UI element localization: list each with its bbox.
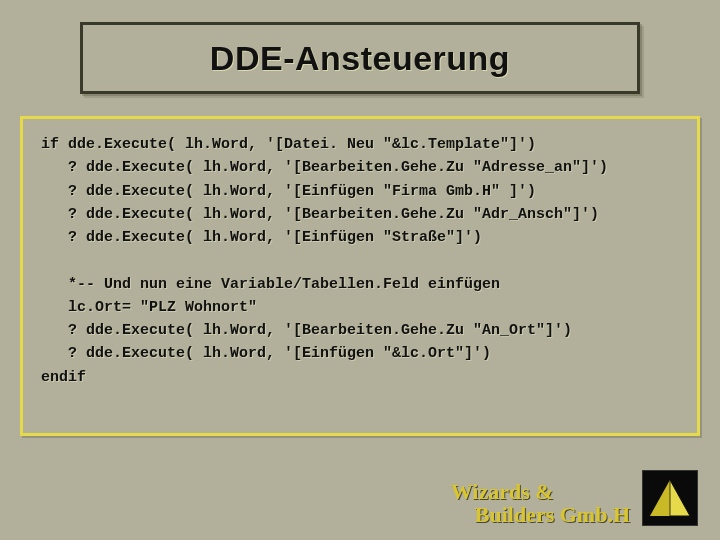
footer-line1: Wizards & <box>451 479 554 504</box>
company-logo <box>642 470 698 526</box>
code-block: if dde.Execute( lh.Word, '[Datei. Neu "&… <box>41 133 679 389</box>
code-panel: if dde.Execute( lh.Word, '[Datei. Neu "&… <box>20 116 700 436</box>
footer-line2: Builders Gmb.H <box>451 503 630 526</box>
footer-text: Wizards & Builders Gmb.H <box>451 480 630 526</box>
title-panel: DDE-Ansteuerung <box>80 22 640 94</box>
pyramid-icon <box>646 474 694 522</box>
footer: Wizards & Builders Gmb.H <box>451 470 698 526</box>
slide-title: DDE-Ansteuerung <box>210 39 510 78</box>
